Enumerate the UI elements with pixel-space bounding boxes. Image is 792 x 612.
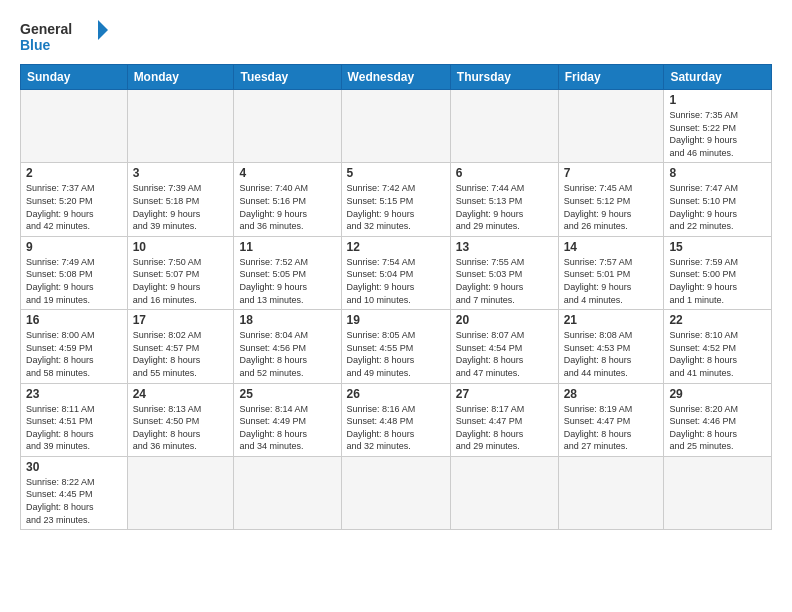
day-number: 8 [669, 166, 766, 180]
calendar-cell: 23Sunrise: 8:11 AM Sunset: 4:51 PM Dayli… [21, 383, 128, 456]
day-number: 20 [456, 313, 553, 327]
day-number: 19 [347, 313, 445, 327]
calendar-cell: 7Sunrise: 7:45 AM Sunset: 5:12 PM Daylig… [558, 163, 664, 236]
day-info: Sunrise: 8:02 AM Sunset: 4:57 PM Dayligh… [133, 329, 229, 379]
day-number: 30 [26, 460, 122, 474]
day-info: Sunrise: 7:57 AM Sunset: 5:01 PM Dayligh… [564, 256, 659, 306]
calendar-cell [558, 456, 664, 529]
day-number: 16 [26, 313, 122, 327]
day-number: 23 [26, 387, 122, 401]
calendar-cell: 18Sunrise: 8:04 AM Sunset: 4:56 PM Dayli… [234, 310, 341, 383]
day-number: 6 [456, 166, 553, 180]
day-number: 15 [669, 240, 766, 254]
week-row-2: 9Sunrise: 7:49 AM Sunset: 5:08 PM Daylig… [21, 236, 772, 309]
day-info: Sunrise: 7:42 AM Sunset: 5:15 PM Dayligh… [347, 182, 445, 232]
calendar-cell [341, 456, 450, 529]
calendar-cell: 1Sunrise: 7:35 AM Sunset: 5:22 PM Daylig… [664, 90, 772, 163]
day-number: 4 [239, 166, 335, 180]
day-info: Sunrise: 8:20 AM Sunset: 4:46 PM Dayligh… [669, 403, 766, 453]
col-header-friday: Friday [558, 65, 664, 90]
calendar-cell: 5Sunrise: 7:42 AM Sunset: 5:15 PM Daylig… [341, 163, 450, 236]
day-number: 22 [669, 313, 766, 327]
calendar-cell: 21Sunrise: 8:08 AM Sunset: 4:53 PM Dayli… [558, 310, 664, 383]
calendar-cell: 8Sunrise: 7:47 AM Sunset: 5:10 PM Daylig… [664, 163, 772, 236]
week-row-3: 16Sunrise: 8:00 AM Sunset: 4:59 PM Dayli… [21, 310, 772, 383]
day-number: 12 [347, 240, 445, 254]
week-row-4: 23Sunrise: 8:11 AM Sunset: 4:51 PM Dayli… [21, 383, 772, 456]
day-number: 26 [347, 387, 445, 401]
col-header-sunday: Sunday [21, 65, 128, 90]
day-number: 3 [133, 166, 229, 180]
day-info: Sunrise: 7:47 AM Sunset: 5:10 PM Dayligh… [669, 182, 766, 232]
header: General Blue [20, 16, 772, 56]
calendar-cell: 22Sunrise: 8:10 AM Sunset: 4:52 PM Dayli… [664, 310, 772, 383]
calendar-cell [234, 90, 341, 163]
day-number: 2 [26, 166, 122, 180]
day-number: 25 [239, 387, 335, 401]
day-info: Sunrise: 7:55 AM Sunset: 5:03 PM Dayligh… [456, 256, 553, 306]
day-info: Sunrise: 8:04 AM Sunset: 4:56 PM Dayligh… [239, 329, 335, 379]
calendar-cell [234, 456, 341, 529]
day-info: Sunrise: 8:19 AM Sunset: 4:47 PM Dayligh… [564, 403, 659, 453]
day-info: Sunrise: 7:50 AM Sunset: 5:07 PM Dayligh… [133, 256, 229, 306]
calendar-cell: 12Sunrise: 7:54 AM Sunset: 5:04 PM Dayli… [341, 236, 450, 309]
day-number: 7 [564, 166, 659, 180]
calendar-cell: 6Sunrise: 7:44 AM Sunset: 5:13 PM Daylig… [450, 163, 558, 236]
day-number: 9 [26, 240, 122, 254]
calendar-cell: 30Sunrise: 8:22 AM Sunset: 4:45 PM Dayli… [21, 456, 128, 529]
calendar-cell: 27Sunrise: 8:17 AM Sunset: 4:47 PM Dayli… [450, 383, 558, 456]
calendar-cell: 3Sunrise: 7:39 AM Sunset: 5:18 PM Daylig… [127, 163, 234, 236]
day-info: Sunrise: 7:44 AM Sunset: 5:13 PM Dayligh… [456, 182, 553, 232]
day-number: 29 [669, 387, 766, 401]
calendar-cell: 17Sunrise: 8:02 AM Sunset: 4:57 PM Dayli… [127, 310, 234, 383]
col-header-monday: Monday [127, 65, 234, 90]
calendar-cell [21, 90, 128, 163]
week-row-0: 1Sunrise: 7:35 AM Sunset: 5:22 PM Daylig… [21, 90, 772, 163]
calendar-cell: 2Sunrise: 7:37 AM Sunset: 5:20 PM Daylig… [21, 163, 128, 236]
week-row-1: 2Sunrise: 7:37 AM Sunset: 5:20 PM Daylig… [21, 163, 772, 236]
day-number: 18 [239, 313, 335, 327]
calendar-cell: 16Sunrise: 8:00 AM Sunset: 4:59 PM Dayli… [21, 310, 128, 383]
day-info: Sunrise: 8:17 AM Sunset: 4:47 PM Dayligh… [456, 403, 553, 453]
day-info: Sunrise: 8:14 AM Sunset: 4:49 PM Dayligh… [239, 403, 335, 453]
svg-text:Blue: Blue [20, 37, 51, 53]
calendar-cell: 19Sunrise: 8:05 AM Sunset: 4:55 PM Dayli… [341, 310, 450, 383]
day-info: Sunrise: 8:05 AM Sunset: 4:55 PM Dayligh… [347, 329, 445, 379]
day-info: Sunrise: 8:13 AM Sunset: 4:50 PM Dayligh… [133, 403, 229, 453]
calendar: SundayMondayTuesdayWednesdayThursdayFrid… [20, 64, 772, 530]
calendar-header-row: SundayMondayTuesdayWednesdayThursdayFrid… [21, 65, 772, 90]
day-number: 5 [347, 166, 445, 180]
day-number: 14 [564, 240, 659, 254]
calendar-cell: 10Sunrise: 7:50 AM Sunset: 5:07 PM Dayli… [127, 236, 234, 309]
day-info: Sunrise: 8:00 AM Sunset: 4:59 PM Dayligh… [26, 329, 122, 379]
calendar-cell: 25Sunrise: 8:14 AM Sunset: 4:49 PM Dayli… [234, 383, 341, 456]
day-number: 27 [456, 387, 553, 401]
day-info: Sunrise: 7:54 AM Sunset: 5:04 PM Dayligh… [347, 256, 445, 306]
col-header-tuesday: Tuesday [234, 65, 341, 90]
day-info: Sunrise: 7:59 AM Sunset: 5:00 PM Dayligh… [669, 256, 766, 306]
day-info: Sunrise: 8:08 AM Sunset: 4:53 PM Dayligh… [564, 329, 659, 379]
day-number: 17 [133, 313, 229, 327]
calendar-cell [127, 456, 234, 529]
svg-marker-2 [98, 20, 108, 40]
svg-text:General: General [20, 21, 72, 37]
day-info: Sunrise: 8:11 AM Sunset: 4:51 PM Dayligh… [26, 403, 122, 453]
day-info: Sunrise: 8:10 AM Sunset: 4:52 PM Dayligh… [669, 329, 766, 379]
calendar-cell [341, 90, 450, 163]
logo: General Blue [20, 16, 110, 56]
day-number: 21 [564, 313, 659, 327]
day-number: 10 [133, 240, 229, 254]
day-number: 28 [564, 387, 659, 401]
day-info: Sunrise: 8:22 AM Sunset: 4:45 PM Dayligh… [26, 476, 122, 526]
calendar-cell: 11Sunrise: 7:52 AM Sunset: 5:05 PM Dayli… [234, 236, 341, 309]
calendar-cell: 13Sunrise: 7:55 AM Sunset: 5:03 PM Dayli… [450, 236, 558, 309]
day-number: 1 [669, 93, 766, 107]
week-row-5: 30Sunrise: 8:22 AM Sunset: 4:45 PM Dayli… [21, 456, 772, 529]
day-info: Sunrise: 7:49 AM Sunset: 5:08 PM Dayligh… [26, 256, 122, 306]
day-info: Sunrise: 7:45 AM Sunset: 5:12 PM Dayligh… [564, 182, 659, 232]
day-info: Sunrise: 7:39 AM Sunset: 5:18 PM Dayligh… [133, 182, 229, 232]
day-info: Sunrise: 7:40 AM Sunset: 5:16 PM Dayligh… [239, 182, 335, 232]
calendar-cell: 28Sunrise: 8:19 AM Sunset: 4:47 PM Dayli… [558, 383, 664, 456]
day-info: Sunrise: 7:35 AM Sunset: 5:22 PM Dayligh… [669, 109, 766, 159]
calendar-cell [127, 90, 234, 163]
